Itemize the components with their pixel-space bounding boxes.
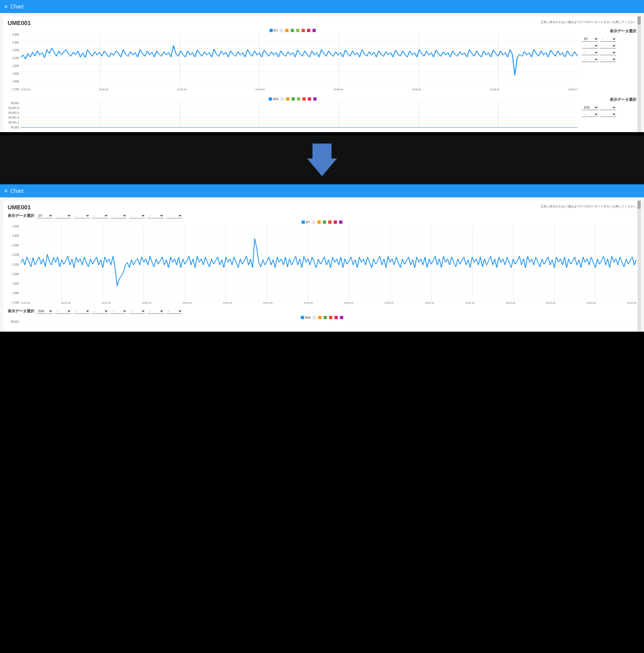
top-chart1-select1b[interactable]: - — [600, 37, 616, 42]
b-legend-d15-3 — [318, 316, 321, 319]
legend-color-d15-6 — [303, 97, 306, 101]
b-legend-color-d15-4 — [324, 316, 327, 319]
legend-d15-2 — [281, 97, 284, 101]
reload-hint: 正常に表示されない場合はブラウザのリロードボタンを押してください — [541, 20, 636, 24]
b-legend-d7: D7 — [302, 220, 309, 224]
top-chart2-control-row2: - - — [582, 112, 636, 117]
bottom-chart2-dd8[interactable]: - — [166, 309, 182, 314]
top-chart1-xaxis: 13:50:16 13:50:16 13:50:16 13:50:16 13:5… — [21, 88, 578, 91]
top-section: ≡ Chart UME001 正常に表示されない場合はブラウザのリロードボタンを… — [0, 0, 644, 132]
b-legend-color-d15-2 — [313, 316, 316, 319]
legend-label-d15: D15 — [273, 97, 278, 101]
top-chart2-select2a[interactable]: - — [582, 112, 598, 117]
top-chart2-select1b[interactable]: - — [600, 105, 616, 110]
bottom-chart2-dd3[interactable]: - — [73, 309, 90, 314]
bottom-chart2-dd1[interactable]: D15 — [37, 309, 53, 314]
top-chart1-select4b[interactable]: - — [600, 57, 616, 62]
b-legend-color-4 — [323, 220, 326, 224]
bottom-chart2-ctrl-title: 表示データ選択 — [8, 309, 34, 314]
b-legend-d15-7 — [340, 316, 343, 319]
top-scrollbar-thumb[interactable] — [638, 16, 641, 24]
b-legend-color-2 — [312, 220, 315, 224]
top-chart2-legend: D15 — [8, 97, 578, 101]
b-legend-color-d15-6 — [335, 316, 338, 319]
device-title: UME001 — [8, 20, 31, 26]
top-chart2-select2b[interactable]: - — [600, 112, 616, 117]
legend-d15-6 — [303, 97, 306, 101]
b-legend-color-6 — [334, 220, 337, 224]
hamburger-icon[interactable]: ≡ — [4, 3, 8, 10]
bottom-chart1-controls-row: 表示データ選択 D7 - - - - - - - — [8, 213, 636, 218]
bottom-hamburger-icon[interactable]: ≡ — [4, 188, 8, 194]
legend-color-d15-2 — [281, 97, 284, 101]
bottom-chart2-dd7[interactable]: - — [147, 309, 164, 314]
bottom-chart2-dd6[interactable]: - — [129, 309, 145, 314]
top-chart1-area: D7 2,400 2,300 2,200 2,10 — [8, 29, 578, 91]
top-chart2-with-axis: 55,002 55,001.8 55,001.6 55,001.4 55,001… — [8, 102, 578, 129]
top-chart2-area: D15 55,002 55,001.8 55,001.6 55,00 — [8, 97, 578, 129]
b-legend-d15-5 — [329, 316, 332, 319]
b-legend-color-d15-5 — [329, 316, 332, 319]
bottom-scrollbar[interactable] — [638, 201, 641, 332]
top-chart1-control-row3: - - — [582, 50, 636, 55]
app-header: ≡ Chart — [0, 0, 644, 13]
bottom-chart2-legend: D15 — [8, 316, 636, 319]
legend-color-d15 — [269, 97, 272, 101]
legend-color-7 — [307, 29, 310, 32]
bottom-chart1-dd4[interactable]: - — [92, 213, 108, 218]
legend-color-4 — [291, 29, 294, 32]
arrow-shaft — [312, 144, 332, 159]
top-chart1-control-row4: - - — [582, 57, 636, 62]
b-legend-color-d15-3 — [318, 316, 321, 319]
b-legend-d15: D15 — [301, 316, 310, 319]
top-chart1-select3b[interactable]: - — [600, 50, 616, 55]
bottom-chart1-dd3[interactable]: - — [73, 213, 90, 218]
top-chart1-select4a[interactable]: - — [582, 57, 598, 62]
legend-color-d15-7 — [308, 97, 311, 101]
legend-color-2 — [280, 29, 283, 32]
legend-d15: D15 — [269, 97, 278, 101]
bottom-chart1-dd6[interactable]: - — [129, 213, 145, 218]
legend-3 — [285, 29, 289, 32]
bottom-scrollbar-thumb[interactable] — [638, 201, 641, 209]
legend-color-d15-4 — [291, 97, 295, 101]
bottom-chart2-dd2[interactable]: - — [55, 309, 71, 314]
bottom-reload-hint: 正常に表示されない場合はブラウザのリロードボタンを押してください — [541, 204, 636, 209]
bottom-chart2-yaxis: 55,002 — [8, 320, 21, 329]
bottom-chart1-dd5[interactable]: - — [111, 213, 127, 218]
b-legend-label-d7: D7 — [306, 220, 309, 224]
bottom-chart-container: UME001 正常に表示されない場合はブラウザのリロードボタンを押してください … — [3, 201, 641, 332]
b-legend-7 — [339, 220, 342, 224]
legend-color-d15-8 — [313, 97, 316, 101]
bottom-chart1-dd7[interactable]: - — [147, 213, 164, 218]
bottom-chart1-dd8[interactable]: - — [166, 213, 182, 218]
bottom-chart1-full: D7 2,500 2,400 2,300 2,200 2,100 2,000 1… — [8, 220, 636, 304]
top-chart1-select3a[interactable]: - — [582, 50, 598, 55]
top-scrollbar[interactable] — [638, 16, 641, 132]
b-legend-color-d7 — [302, 220, 305, 224]
legend-color-d15-5 — [297, 97, 300, 101]
arrow-section — [0, 136, 644, 184]
top-chart2-select1a[interactable]: D15 — [582, 105, 598, 110]
arrow-container — [307, 144, 337, 176]
bottom-chart1-dd1[interactable]: D7 — [37, 213, 53, 218]
bottom-chart2-full: D15 55,002 — [8, 316, 636, 329]
app-title: Chart — [10, 3, 24, 10]
svg-rect-15 — [21, 102, 578, 129]
bottom-chart1-svg: 13:47:21 13:47:21 13:47:21 13:47:21 13:4… — [21, 225, 636, 304]
top-chart2-block: D15 55,002 55,001.8 55,001.6 55,00 — [8, 97, 636, 129]
top-chart2-controls: 表示データ選択 D15 - - - — [582, 97, 636, 117]
top-chart1-select2b[interactable]: - — [600, 43, 616, 48]
bottom-chart1-dd2[interactable]: - — [55, 213, 71, 218]
legend-color-d7 — [269, 29, 273, 32]
top-chart1-select1a[interactable]: D7 — [582, 37, 598, 42]
bottom-chart2-svg — [21, 320, 636, 329]
bottom-chart2-dd5[interactable]: - — [111, 309, 127, 314]
top-chart2-control-row1: D15 - — [582, 105, 636, 110]
legend-label-d7: D7 — [273, 29, 278, 32]
top-chart1-control-row2: - - — [582, 43, 636, 48]
legend-d15-7 — [308, 97, 311, 101]
b-legend-color-7 — [339, 220, 342, 224]
bottom-chart2-dd4[interactable]: - — [92, 309, 108, 314]
top-chart1-select2a[interactable]: - — [582, 43, 598, 48]
